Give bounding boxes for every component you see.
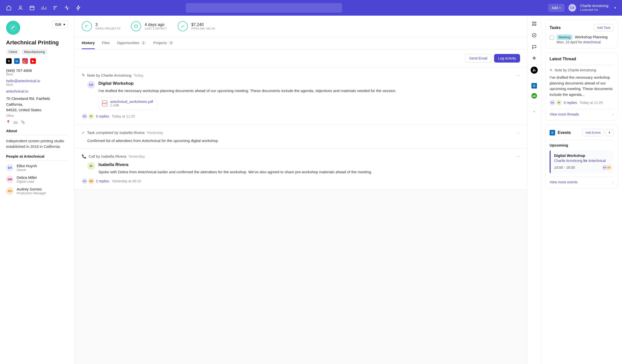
tasks-heading: Tasks [550, 25, 561, 30]
instagram-icon[interactable]: ◯ [22, 58, 28, 64]
person-name: Debra Miller [17, 175, 37, 180]
bolt-icon[interactable] [76, 5, 81, 11]
svg-rect-1 [30, 6, 34, 10]
book-icon[interactable]: 📖 [13, 120, 18, 124]
call-body: Spoke with Debra from Artechnical earlie… [98, 169, 372, 175]
replies-time: Today at 11:25 [580, 101, 603, 105]
add-button[interactable]: Add + [548, 4, 564, 12]
event-time: 14:00 - 16:00 [554, 165, 575, 170]
file-size: 2.1MB [110, 104, 153, 107]
view-more-events-link[interactable]: View more events [550, 180, 578, 184]
chevron-right-icon: › [612, 112, 614, 116]
task-body: Confirmed list of attendees from Artechn… [82, 138, 520, 143]
person-item[interactable]: AG Audrey Gomez Production Manager [6, 187, 68, 195]
stat-last-contact: 4 days ago LAST CONTACT [131, 21, 167, 31]
note-body: I've drafted the necessary workshop plan… [98, 88, 396, 94]
event-item[interactable]: Digital Workshop Charlie Armstrong for A… [550, 150, 614, 173]
website-value[interactable]: artechnical.io [6, 89, 68, 93]
svg-rect-3 [134, 25, 138, 28]
events-card: O Events Add Event ▾ Upcoming Digital Wo… [545, 125, 618, 188]
log-activity-button[interactable]: Log Activity [494, 54, 520, 63]
message-icon[interactable] [531, 43, 538, 50]
view-more-threads-link[interactable]: View more threads [550, 112, 579, 116]
linkedin-icon[interactable]: in [14, 58, 20, 64]
person-item[interactable]: DM Debra Miller Digital Lead [6, 175, 68, 183]
phone-label: Work [6, 73, 68, 76]
task-checkbox[interactable] [550, 35, 554, 40]
outlook-icon[interactable]: O [531, 83, 537, 89]
about-heading: About [6, 129, 68, 133]
task-date: Mon, 15 April [557, 40, 577, 44]
stat-open-projects: 3 OPEN PROJECTS [82, 21, 120, 31]
address-line2: 94533, United States [6, 107, 68, 113]
email-value[interactable]: hello@artechnical.io [6, 79, 68, 83]
task-org-link[interactable]: Artechnical [583, 40, 601, 44]
activity-icon[interactable] [64, 5, 70, 11]
reply-avatar: CA [550, 100, 555, 105]
tag-client[interactable]: Client [6, 49, 19, 55]
feed-item-task: ✓ Task completed by Isabella Rivera Yest… [75, 125, 527, 149]
user-avatar[interactable]: CA [569, 4, 576, 12]
calendar-icon[interactable] [29, 5, 35, 11]
topbar: Add + CA Charlie Armstrong Lookmark Inc … [0, 0, 622, 16]
quickbooks-icon[interactable]: qb [531, 93, 537, 99]
attachment-icon[interactable]: 📎 [21, 120, 25, 124]
stats-row: 3 OPEN PROJECTS 4 days ago LAST CONTACT … [75, 16, 527, 37]
replies-link[interactable]: 5 replies [96, 114, 109, 118]
sparkle-icon[interactable] [531, 55, 538, 62]
bar-chart-icon[interactable] [41, 5, 46, 11]
home-icon[interactable] [6, 5, 12, 11]
more-icon[interactable]: ⋯ [516, 130, 520, 135]
more-icon[interactable]: ⋯ [516, 73, 520, 77]
user-menu[interactable]: Charlie Armstrong Lookmark Inc [580, 4, 608, 12]
svg-rect-5 [532, 24, 536, 25]
youtube-icon[interactable]: ▶ [30, 58, 36, 64]
send-email-button[interactable]: Send Email [465, 54, 492, 63]
task-badge: Meeting [557, 35, 572, 40]
edit-button[interactable]: Edit ▾ [52, 21, 68, 28]
stat-pipeline-value: $7,240 PIPELINE VALUE [178, 21, 215, 31]
projects-icon [82, 21, 92, 31]
replies-link[interactable]: 5 replies [564, 101, 577, 105]
svg-point-2 [10, 24, 16, 31]
pin-icon[interactable]: 📍 [6, 120, 10, 124]
note-title: Digital Workshop [98, 81, 396, 86]
person-item[interactable]: EH Elliot Huynh Owner [6, 164, 68, 172]
replies-link[interactable]: 2 replies [96, 179, 109, 183]
person-avatar: EH [6, 164, 14, 172]
list-view-icon[interactable] [531, 20, 538, 27]
tab-opportunities[interactable]: Opportunities 1 [117, 37, 146, 49]
feed-time: Yesterday [128, 154, 145, 158]
thread-note-heading: Note by Charlie Armstrong [555, 68, 596, 72]
add-task-button[interactable]: Add Task [594, 24, 614, 31]
person-role: Production Manager [17, 191, 46, 195]
latest-thread-card: Latest Thread ✎ Note by Charlie Armstron… [545, 52, 618, 121]
phone-icon: 📞 [82, 154, 87, 159]
tab-history[interactable]: History [82, 37, 95, 49]
user-org: Lookmark Inc [580, 8, 608, 12]
pdf-icon: PDF [102, 100, 107, 106]
add-integration-icon[interactable]: + [531, 108, 538, 115]
tab-files[interactable]: Files [102, 37, 110, 49]
x-icon[interactable]: 𝕏 [6, 58, 12, 64]
tag-manufacturing[interactable]: Manufacturing [21, 49, 47, 55]
phone-value[interactable]: (949) 707-4906 [6, 68, 68, 73]
feed-time: Today [133, 73, 144, 77]
attachment[interactable]: PDF artechnical_worksheets.pdf 2.1MB [98, 97, 157, 110]
add-event-button[interactable]: Add Event [582, 129, 604, 136]
event-org-link[interactable]: Artechnical [588, 159, 606, 163]
list-icon[interactable] [52, 5, 58, 11]
chevron-down-icon[interactable]: ▾ [614, 6, 616, 10]
rss-icon[interactable] [531, 67, 538, 74]
event-person-link[interactable]: Charlie Armstrong [554, 159, 582, 163]
event-menu-button[interactable]: ▾ [605, 129, 614, 136]
more-icon[interactable]: ⋯ [516, 154, 520, 159]
search-input[interactable] [186, 3, 342, 13]
person-icon[interactable] [18, 5, 23, 11]
task-item[interactable]: Meeting Workshop Planning Mon, 15 April … [550, 35, 614, 44]
chevron-right-icon: › [612, 180, 614, 184]
reply-avatar: CA [82, 178, 87, 184]
tab-projects[interactable]: Projects 3 [153, 37, 174, 49]
check-circle-icon[interactable] [531, 32, 538, 39]
svg-point-0 [19, 6, 21, 8]
